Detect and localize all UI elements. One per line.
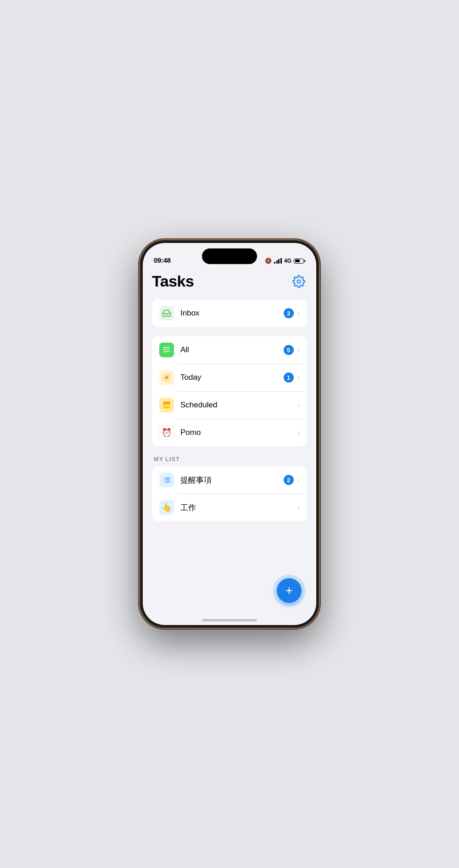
scheduled-chevron-icon: › [297,401,300,409]
svg-point-0 [297,280,301,283]
gear-icon [292,275,305,288]
inbox-icon [159,306,174,321]
svg-rect-22 [168,405,169,406]
my-list-section-header: MY LIST [152,456,307,466]
signal-bars-icon [274,258,282,264]
reminders-icon [159,473,174,487]
svg-line-13 [169,380,169,380]
all-item[interactable]: All 5 › [152,336,307,364]
svg-rect-4 [163,347,164,348]
all-chevron-icon: › [297,346,300,354]
today-icon [159,370,174,385]
pomo-label: Pomo [180,428,297,437]
svg-line-14 [164,380,164,380]
svg-rect-19 [168,401,169,403]
all-badge: 5 [284,345,294,355]
pomo-item[interactable]: ⏰ Pomo › [152,419,307,446]
inbox-item[interactable]: Inbox 3 › [152,299,307,327]
main-section-card: All 5 › [152,336,307,446]
svg-point-7 [165,376,168,379]
status-icons: 🔕 4G [265,258,305,264]
work-icon: 👆 [159,500,174,515]
inbox-badge: 3 [284,308,294,318]
reminders-item[interactable]: 提醒事項 2 › [152,466,307,494]
svg-rect-20 [164,405,166,406]
page-title: Tasks [152,272,194,290]
inbox-label: Inbox [180,309,284,318]
home-indicator [202,619,257,621]
content-area: Tasks Inbox [143,268,316,625]
reminders-label: 提醒事項 [180,475,284,485]
page-header: Tasks [152,268,307,299]
all-label: All [180,345,284,355]
scheduled-icon [159,398,174,412]
phone-screen: 09:48 🔕 4G [143,243,316,625]
reminders-badge: 2 [284,475,294,485]
battery-icon [294,259,305,264]
reminders-chevron-icon: › [297,476,300,484]
fab-container: + [273,575,305,607]
my-list-card: 提醒事項 2 › 👆 工作 › [152,466,307,521]
plus-icon: + [285,584,293,597]
svg-line-15 [169,375,169,375]
work-item[interactable]: 👆 工作 › [152,494,307,521]
svg-rect-5 [163,349,164,350]
svg-rect-18 [165,401,166,403]
bell-icon: 🔕 [265,258,272,264]
settings-button[interactable] [291,273,307,290]
svg-rect-21 [166,405,168,406]
work-chevron-icon: › [297,503,300,512]
today-label: Today [180,373,284,382]
svg-line-12 [164,375,164,375]
inbox-chevron-icon: › [297,309,300,317]
today-badge: 1 [284,372,294,383]
work-label: 工作 [180,502,297,513]
scheduled-item[interactable]: Scheduled › [152,391,307,419]
dynamic-island [202,248,257,264]
inbox-card: Inbox 3 › [152,299,307,327]
svg-rect-6 [163,351,164,352]
today-chevron-icon: › [297,373,300,382]
network-label: 4G [284,258,291,264]
pomo-icon: ⏰ [159,425,174,440]
today-item[interactable]: Today 1 › [152,364,307,391]
phone-frame: 09:48 🔕 4G [140,240,319,628]
status-time: 09:48 [154,256,171,264]
all-icon [159,343,174,357]
svg-rect-17 [163,402,170,404]
scheduled-label: Scheduled [180,400,297,410]
add-task-button[interactable]: + [277,578,302,603]
pomo-chevron-icon: › [297,428,300,437]
fab-glow: + [273,575,305,607]
